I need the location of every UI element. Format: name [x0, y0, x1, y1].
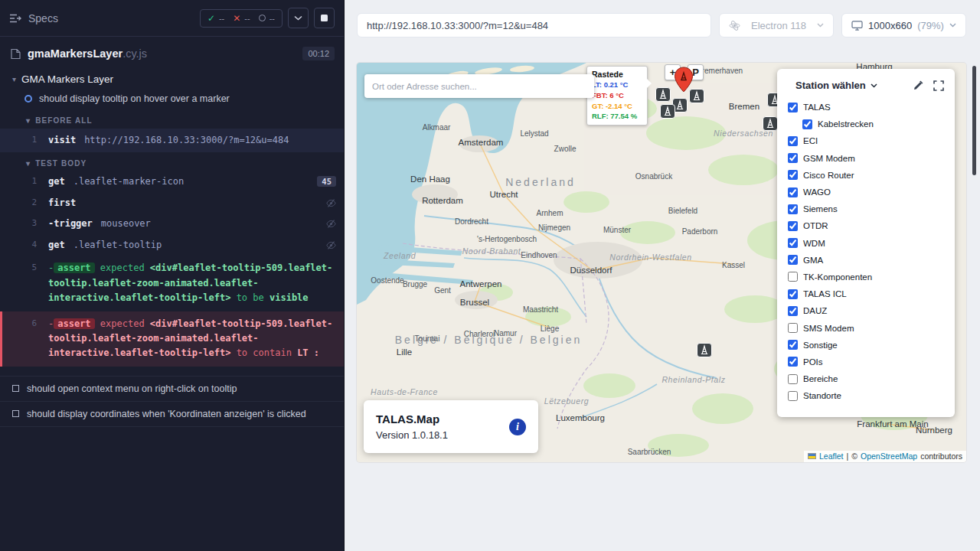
- suite-row[interactable]: ▾ GMA Markers Layer: [0, 68, 344, 90]
- map-canvas[interactable]: HamburgBremerhavenBremenNiedersachsenLee…: [357, 63, 966, 462]
- command-name: get: [48, 176, 65, 187]
- layer-checkbox-row[interactable]: WAGO: [788, 184, 944, 201]
- layer-checkbox-row[interactable]: TK-Komponenten: [788, 269, 944, 285]
- layer-checkbox[interactable]: [788, 103, 798, 112]
- layer-checkbox-row[interactable]: POIs: [788, 354, 944, 370]
- layer-checkbox[interactable]: [788, 170, 798, 180]
- layer-checkbox-row[interactable]: Bereiche: [788, 370, 944, 387]
- layer-checkbox-row[interactable]: Cisco Router: [788, 167, 944, 184]
- spec-file-icon: [11, 48, 21, 60]
- layer-checkbox[interactable]: [788, 221, 798, 231]
- command-detail: .leaflet-tooltip: [74, 240, 162, 250]
- leaflet-flag-icon: [808, 453, 816, 459]
- layer-checkbox-row[interactable]: OTDR: [788, 217, 944, 234]
- assert-badge: assert: [54, 318, 94, 329]
- layer-label: WDM: [803, 239, 825, 248]
- stop-icon: [321, 15, 328, 21]
- layer-checkbox-row[interactable]: WDM: [788, 235, 944, 252]
- app-stage: http://192.168.10.33:3000/?m=12&u=484 El…: [345, 0, 980, 551]
- search-input[interactable]: [372, 82, 586, 91]
- layer-checkbox[interactable]: [788, 238, 798, 248]
- layer-checkbox[interactable]: [788, 153, 798, 163]
- leaflet-link[interactable]: Leaflet: [819, 452, 844, 461]
- layer-checkbox[interactable]: [788, 187, 798, 197]
- layer-checkbox[interactable]: [802, 119, 812, 129]
- command-row[interactable]: 1get.leaflet-marker-icon45: [0, 171, 344, 192]
- pending-test-title: should open context menu on right-click …: [27, 383, 237, 394]
- pending-test-icon: [12, 385, 19, 392]
- url-bar[interactable]: http://192.168.10.33:3000/?m=12&u=484: [357, 13, 711, 37]
- layer-label: ECI: [803, 136, 818, 145]
- browser-icon: [729, 20, 740, 31]
- assert-badge: assert: [54, 262, 94, 273]
- layer-checkbox-row[interactable]: Standorte: [788, 387, 944, 404]
- layer-checkbox-row[interactable]: GSM Modem: [788, 150, 944, 167]
- hidden-element-icon: [326, 198, 336, 210]
- command-number: 2: [26, 196, 37, 207]
- osm-link[interactable]: OpenStreetMap: [861, 452, 917, 461]
- layer-checkbox[interactable]: [788, 289, 798, 299]
- layer-checkbox[interactable]: [788, 272, 798, 282]
- command-name: visit: [48, 135, 76, 145]
- active-test-row[interactable]: should display tooltip on hover over a m…: [0, 90, 344, 109]
- layer-label: GMA: [803, 256, 823, 265]
- stop-run-button[interactable]: [314, 8, 335, 28]
- highlighted-marker-pin[interactable]: [674, 67, 694, 96]
- station-marker-icon[interactable]: [655, 87, 671, 105]
- collapse-preview-button[interactable]: [288, 8, 309, 28]
- station-marker-icon[interactable]: [697, 343, 712, 360]
- command-row[interactable]: 2first: [0, 193, 344, 214]
- viewport-selector[interactable]: 1000x660 (79%): [841, 13, 966, 37]
- map-attribution: Leaflet | © OpenStreetMap contributors: [804, 451, 966, 462]
- command-text: first: [48, 196, 320, 210]
- station-marker-icon[interactable]: [660, 104, 675, 122]
- command-name: get: [48, 240, 65, 250]
- layer-checkbox-row[interactable]: DAUZ: [788, 302, 944, 319]
- test-body-section[interactable]: ▾ TEST BODY: [0, 152, 344, 171]
- edit-pencil-icon[interactable]: [913, 80, 923, 91]
- pending-test-row[interactable]: should open context menu on right-click …: [0, 376, 344, 401]
- command-row[interactable]: 6-assert expected <div#leaflet-tooltip-5…: [0, 311, 344, 367]
- scrollbar-thumb[interactable]: [972, 66, 976, 175]
- cypress-reporter: Specs ✓-- ✕-- -- gmaMarkersLayer.cy.js 0…: [0, 0, 345, 551]
- layer-checkbox[interactable]: [788, 136, 798, 146]
- layer-checkbox-row[interactable]: ECI: [788, 132, 944, 149]
- layer-checkbox[interactable]: [788, 323, 798, 333]
- layer-checkbox[interactable]: [788, 340, 798, 350]
- command-text: -assert expected <div#leaflet-tooltip-50…: [48, 261, 336, 305]
- chevron-down-icon: [817, 23, 824, 28]
- layer-checkbox-row[interactable]: SMS Modem: [788, 319, 944, 336]
- pending-test-row[interactable]: should display coordinates when 'Koordin…: [0, 401, 344, 427]
- layer-checkbox[interactable]: [788, 204, 798, 214]
- layer-checkbox[interactable]: [788, 357, 798, 367]
- station-select[interactable]: Station wählen: [795, 80, 877, 91]
- pending-test-title: should display coordinates when 'Koordin…: [27, 409, 306, 419]
- caret-down-icon: ▾: [26, 159, 31, 168]
- layer-checkbox[interactable]: [788, 255, 798, 265]
- layer-checkbox[interactable]: [788, 374, 798, 384]
- station-marker-icon[interactable]: [763, 116, 778, 134]
- command-row[interactable]: 5-assert expected <div#leaflet-tooltip-5…: [0, 256, 344, 311]
- spec-file-row[interactable]: gmaMarkersLayer.cy.js 00:12: [0, 37, 344, 68]
- layer-label: POIs: [803, 357, 823, 367]
- layer-checkbox-row[interactable]: TALAS ICL: [788, 285, 944, 302]
- browser-selector[interactable]: Electron 118: [719, 13, 834, 37]
- info-icon[interactable]: i: [509, 419, 526, 435]
- command-row[interactable]: 4get.leaflet-tooltip: [0, 235, 344, 256]
- command-number: 1: [26, 174, 37, 186]
- assert-segment: expected: [100, 318, 150, 329]
- command-row[interactable]: 3-triggermouseover: [0, 214, 344, 234]
- specs-menu-button[interactable]: Specs: [9, 12, 58, 24]
- layer-checkbox[interactable]: [788, 391, 798, 401]
- layer-checkbox-row[interactable]: TALAS: [788, 99, 944, 116]
- layer-checkbox-row[interactable]: GMA: [788, 252, 944, 269]
- hidden-element-icon: [326, 240, 336, 253]
- expand-fullscreen-icon[interactable]: [933, 80, 944, 91]
- layer-checkbox-row[interactable]: Kabelstrecken: [802, 116, 944, 132]
- layer-checkbox-row[interactable]: Siemens: [788, 201, 944, 217]
- layer-checkbox-row[interactable]: Sonstige: [788, 337, 944, 354]
- layer-checkbox[interactable]: [788, 306, 798, 316]
- before-all-section[interactable]: ▾ BEFORE ALL: [0, 109, 344, 129]
- aut-url: http://192.168.10.33:3000/?m=12&u=484: [367, 20, 548, 31]
- command-row[interactable]: 1visithttp://192.168.10.33:3000/?m=12&u=…: [0, 129, 344, 152]
